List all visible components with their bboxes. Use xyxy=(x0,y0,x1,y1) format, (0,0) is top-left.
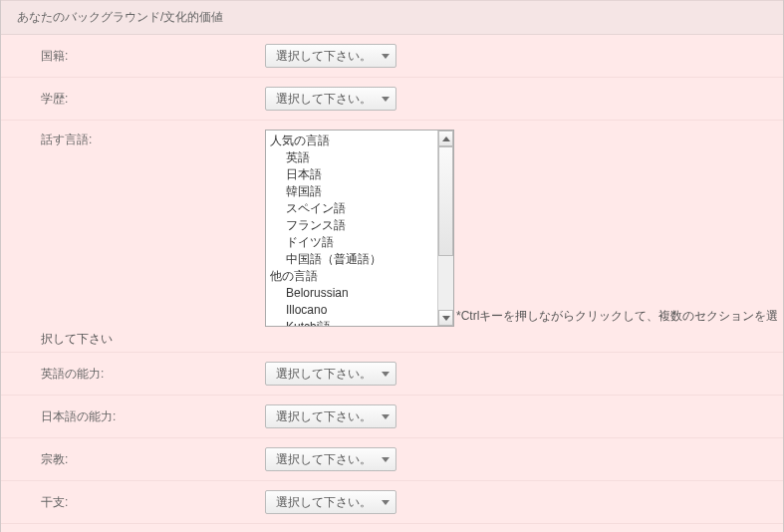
listbox-languages[interactable]: 人気の言語 英語 日本語 韓国語 スペイン語 フランス語 ドイツ語 中国語（普通… xyxy=(265,130,454,327)
select-japanese-ability[interactable]: 選択して下さい。 xyxy=(265,404,396,428)
select-value: 選択して下さい。 xyxy=(276,451,372,468)
label-japanese-ability: 日本語の能力: xyxy=(41,404,265,425)
label-education: 学歴: xyxy=(41,87,265,108)
row-western-zodiac: 星座: 選択して下さい。 xyxy=(1,524,783,532)
listbox-content[interactable]: 人気の言語 英語 日本語 韓国語 スペイン語 フランス語 ドイツ語 中国語（普通… xyxy=(266,131,437,326)
triangle-down-icon xyxy=(442,316,450,321)
select-english-ability[interactable]: 選択して下さい。 xyxy=(265,362,396,386)
select-value: 選択して下さい。 xyxy=(276,408,372,425)
row-religion: 宗教: 選択して下さい。 xyxy=(1,438,783,481)
label-nationality: 国籍: xyxy=(41,44,265,65)
row-languages: 話す言語: 人気の言語 英語 日本語 韓国語 スペイン語 フランス語 ドイツ語 … xyxy=(1,121,783,352)
list-item[interactable]: フランス語 xyxy=(270,217,437,234)
select-value: 選択して下さい。 xyxy=(276,91,372,108)
label-languages: 話す言語: xyxy=(41,130,265,148)
select-nationality[interactable]: 選択して下さい。 xyxy=(265,44,396,68)
row-education: 学歴: 選択して下さい。 xyxy=(1,78,783,121)
list-item[interactable]: スペイン語 xyxy=(270,200,437,217)
row-japanese-ability: 日本語の能力: 選択して下さい。 xyxy=(1,396,783,438)
list-item[interactable]: Illocano xyxy=(270,302,437,319)
list-item[interactable]: ドイツ語 xyxy=(270,234,437,251)
triangle-up-icon xyxy=(442,136,450,141)
scroll-track[interactable] xyxy=(438,146,453,310)
scroll-thumb[interactable] xyxy=(438,146,453,256)
section-header: あなたのバックグラウンド/文化的価値 xyxy=(1,0,783,35)
select-value: 選択して下さい。 xyxy=(276,366,372,383)
list-item[interactable]: 日本語 xyxy=(270,166,437,183)
select-chinese-zodiac[interactable]: 選択して下さい。 xyxy=(265,490,396,514)
list-item[interactable]: 韓国語 xyxy=(270,183,437,200)
list-item[interactable]: Kutchi語 xyxy=(270,319,437,326)
list-item[interactable]: 英語 xyxy=(270,149,437,166)
chevron-down-icon xyxy=(382,372,390,377)
optgroup-popular: 人気の言語 xyxy=(270,133,437,149)
label-english-ability: 英語の能力: xyxy=(41,362,265,383)
scroll-up-button[interactable] xyxy=(438,131,453,146)
select-religion[interactable]: 選択して下さい。 xyxy=(265,447,396,471)
languages-hint-part1: *Ctrlキーを押しながらクリックして、複数のセクションを選 xyxy=(456,308,778,327)
row-english-ability: 英語の能力: 選択して下さい。 xyxy=(1,353,783,396)
optgroup-other: 他の言語 xyxy=(270,268,437,285)
section-title: あなたのバックグラウンド/文化的価値 xyxy=(17,10,223,24)
list-item[interactable]: 中国語（普通語） xyxy=(270,251,437,268)
row-chinese-zodiac: 干支: 選択して下さい。 xyxy=(1,481,783,524)
languages-hint-part2: 択して下さい xyxy=(41,327,783,348)
chevron-down-icon xyxy=(382,54,390,59)
scroll-down-button[interactable] xyxy=(438,310,453,326)
background-cultural-form: あなたのバックグラウンド/文化的価値 国籍: 選択して下さい。 学歴: 選択して… xyxy=(0,0,784,532)
scrollbar[interactable] xyxy=(437,131,453,326)
chevron-down-icon xyxy=(382,457,390,462)
label-chinese-zodiac: 干支: xyxy=(41,490,265,511)
select-education[interactable]: 選択して下さい。 xyxy=(265,87,396,111)
chevron-down-icon xyxy=(382,500,390,505)
list-item[interactable]: Belorussian xyxy=(270,285,437,302)
chevron-down-icon xyxy=(382,97,390,102)
select-value: 選択して下さい。 xyxy=(276,494,372,511)
label-religion: 宗教: xyxy=(41,447,265,468)
chevron-down-icon xyxy=(382,414,390,419)
select-value: 選択して下さい。 xyxy=(276,48,372,65)
row-nationality: 国籍: 選択して下さい。 xyxy=(1,35,783,78)
